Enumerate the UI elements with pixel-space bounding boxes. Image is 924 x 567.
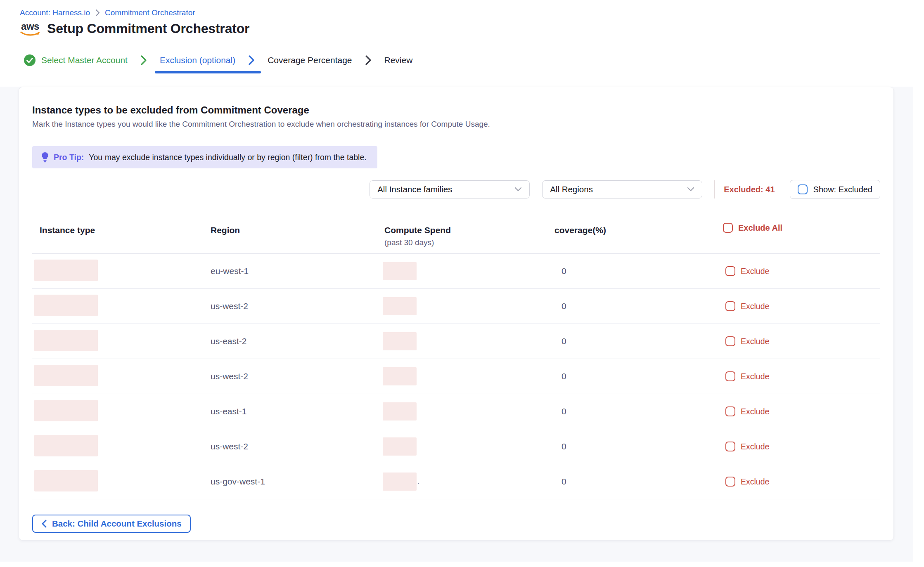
col-header-region: Region: [211, 225, 240, 235]
region-cell: us-east-1: [211, 406, 247, 416]
table-row: us-west-2 0 Exclude: [32, 429, 880, 464]
step-coverage-percentage[interactable]: Coverage Percentage: [268, 55, 352, 65]
back-button[interactable]: Back: Child Account Exclusions: [32, 515, 191, 533]
show-excluded-label: Show: Excluded: [813, 185, 872, 194]
exclude-control[interactable]: Exclude: [725, 442, 769, 451]
show-excluded-toggle[interactable]: Show: Excluded: [790, 180, 880, 199]
chevron-down-icon: [687, 187, 694, 192]
exclude-control[interactable]: Exclude: [725, 477, 769, 487]
table-header: Instance type Region Compute Spend (past…: [32, 199, 880, 254]
page-header: Account: Harness.io Commitment Orchestra…: [0, 0, 924, 46]
coverage-cell: 0: [562, 477, 566, 487]
region-cell: us-west-2: [211, 371, 248, 381]
step-chevron-icon: [140, 55, 147, 66]
step-label: Review: [384, 55, 413, 65]
breadcrumb-page-link[interactable]: Commitment Orchestrator: [105, 8, 195, 17]
exclude-label: Exclude: [741, 267, 769, 276]
breadcrumb-chevron-icon: [95, 9, 100, 17]
exclude-label: Exclude: [741, 477, 769, 487]
col-header-compute-spend: Compute Spend (past 30 days): [384, 225, 451, 247]
aws-logo: aws: [20, 21, 40, 36]
excluded-count: Excluded: 41: [724, 185, 775, 194]
redacted-compute-spend: [383, 472, 417, 491]
breadcrumb-account-link[interactable]: Account: Harness.io: [20, 8, 90, 17]
table-row: us-west-2 0 Exclude: [32, 359, 880, 394]
exclude-checkbox[interactable]: [725, 301, 735, 311]
back-button-label: Back: Child Account Exclusions: [52, 519, 182, 529]
card-subtitle: Mark the Instance types you would like t…: [32, 120, 880, 129]
redacted-compute-spend: [383, 262, 417, 280]
exclusion-card: Instance types to be excluded from Commi…: [19, 87, 894, 541]
main-content: Instance types to be excluded from Commi…: [0, 87, 924, 562]
table-row: us-east-2 0 Exclude: [32, 324, 880, 359]
page-title: Setup Commitment Orchestrator: [47, 21, 249, 36]
step-review[interactable]: Review: [384, 55, 413, 65]
coverage-cell: 0: [562, 266, 566, 276]
instance-families-value: All Instance families: [377, 184, 452, 194]
show-excluded-checkbox[interactable]: [798, 184, 808, 194]
region-cell: us-gov-west-1: [211, 477, 265, 487]
table-row: eu-west-1 0 Exclude: [32, 254, 880, 289]
coverage-cell: 0: [562, 336, 566, 346]
table-row: us-gov-west-1 . 0 Exclude: [32, 464, 880, 499]
instance-families-select[interactable]: All Instance families: [370, 180, 530, 198]
redacted-instance-type: [34, 260, 98, 281]
exclude-checkbox[interactable]: [725, 442, 735, 451]
chevron-down-icon: [514, 187, 522, 192]
exclude-label: Exclude: [741, 442, 769, 451]
step-chevron-icon: [248, 55, 255, 66]
region-cell: us-west-2: [211, 301, 248, 311]
aws-smile-icon: [20, 31, 40, 36]
pro-tip-text: You may exclude instance types individua…: [89, 153, 366, 162]
redacted-compute-spend: [383, 332, 417, 350]
coverage-cell: 0: [562, 442, 566, 451]
exclude-control[interactable]: Exclude: [725, 336, 769, 346]
exclude-all-control[interactable]: Exclude All: [723, 223, 782, 233]
exclude-all-checkbox[interactable]: [723, 223, 733, 233]
exclude-all-label: Exclude All: [738, 223, 782, 233]
scrollbar-gutter[interactable]: [913, 46, 924, 567]
regions-select[interactable]: All Regions: [542, 180, 702, 198]
breadcrumb: Account: Harness.io Commitment Orchestra…: [20, 8, 924, 17]
redacted-compute-spend: [383, 297, 417, 315]
pro-tip-label: Pro Tip:: [54, 153, 84, 162]
exclude-checkbox[interactable]: [725, 406, 735, 416]
exclude-control[interactable]: Exclude: [725, 266, 769, 276]
exclude-checkbox[interactable]: [725, 477, 735, 487]
compute-spend-title: Compute Spend: [384, 225, 451, 235]
step-exclusion[interactable]: Exclusion (optional): [160, 55, 235, 65]
redacted-compute-spend: [383, 437, 417, 456]
exclude-control[interactable]: Exclude: [725, 371, 769, 381]
step-label: Coverage Percentage: [268, 55, 352, 65]
redacted-instance-type: [34, 435, 98, 456]
table-row: us-west-2 0 Exclude: [32, 289, 880, 324]
exclude-control[interactable]: Exclude: [725, 301, 769, 311]
exclude-checkbox[interactable]: [725, 336, 735, 346]
step-label: Exclusion (optional): [160, 55, 235, 65]
region-cell: eu-west-1: [211, 266, 249, 276]
redacted-instance-type: [34, 295, 98, 316]
redacted-compute-spend: [383, 367, 417, 385]
stepper: Select Master Account Exclusion (optiona…: [0, 46, 924, 74]
coverage-cell: 0: [562, 371, 566, 381]
regions-value: All Regions: [550, 184, 593, 194]
filters-group: All Instance families All Regions Exclud…: [370, 180, 880, 199]
filters-divider: [714, 180, 715, 198]
coverage-cell: 0: [562, 406, 566, 416]
redacted-instance-type: [34, 470, 98, 491]
step-select-master-account[interactable]: Select Master Account: [24, 54, 128, 66]
redacted-instance-type: [34, 330, 98, 351]
exclude-checkbox[interactable]: [725, 371, 735, 381]
compute-spend-subtitle: (past 30 days): [384, 238, 451, 247]
exclude-control[interactable]: Exclude: [725, 406, 769, 416]
aws-logo-text: aws: [21, 21, 39, 31]
exclude-checkbox[interactable]: [725, 266, 735, 276]
region-cell: us-west-2: [211, 442, 248, 451]
page: Account: Harness.io Commitment Orchestra…: [0, 0, 924, 567]
lightbulb-icon: [41, 152, 49, 163]
redacted-instance-type: [34, 400, 98, 421]
redacted-instance-type: [34, 365, 98, 386]
card-title: Instance types to be excluded from Commi…: [32, 104, 880, 116]
chevron-left-icon: [41, 520, 47, 528]
pro-tip-banner: Pro Tip: You may exclude instance types …: [32, 146, 377, 168]
